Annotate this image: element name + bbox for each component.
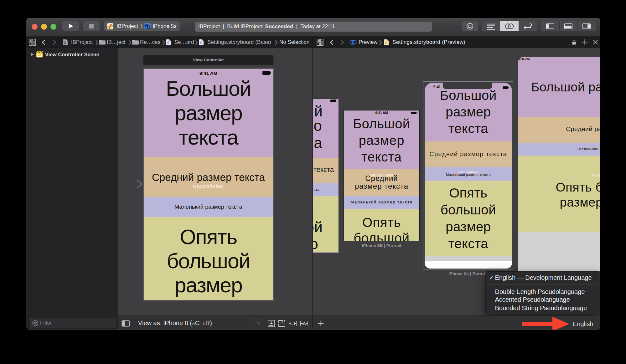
svg-text:A: A: [64, 41, 66, 44]
